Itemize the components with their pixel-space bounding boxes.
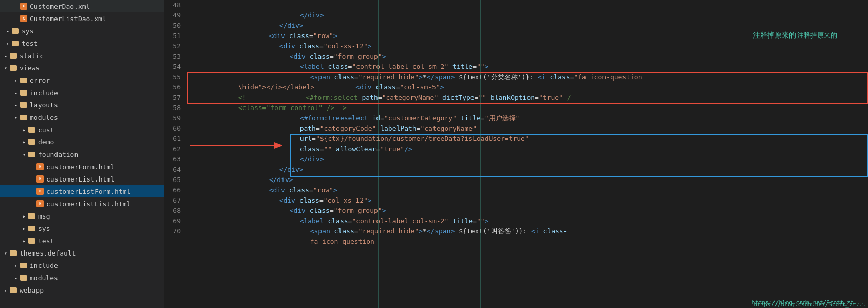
arrow-icon (2, 52, 9, 59)
html-file-icon: H (36, 187, 44, 195)
code-content[interactable]: 注释掉原来的 https://blog.csdn.net/Scott_zt...… (187, 0, 868, 308)
folder-icon (20, 88, 28, 97)
sidebar-item-customerlistform[interactable]: H customerListForm.html (0, 185, 164, 197)
sidebar-item-include[interactable]: include (0, 86, 164, 99)
sidebar-item-label: demo (38, 138, 54, 146)
file-explorer: X CustomerDao.xml X CustomerListDao.xml … (0, 0, 164, 308)
line-number: 53 (164, 51, 181, 62)
line-number: 48 (164, 0, 181, 10)
sidebar-item-customerlist[interactable]: H customerList.html (0, 173, 164, 185)
sidebar-item-label: static (20, 52, 44, 60)
line-number: 52 (164, 41, 181, 51)
line-numbers-gutter: 48 49 50 51 52 53 54 55 56 57 58 59 60 6… (164, 0, 187, 308)
sidebar-item-layouts[interactable]: layouts (0, 99, 164, 111)
line-number: 59 (164, 113, 181, 123)
line-number: 69 (164, 216, 181, 226)
line-number: 63 (164, 154, 181, 165)
sidebar-item-label: modules (30, 274, 58, 282)
html-file-icon: H (36, 175, 44, 183)
xml-file-icon: X (20, 14, 28, 23)
sidebar-item-include2[interactable]: include (0, 259, 164, 271)
sidebar-item-sys1[interactable]: sys (0, 25, 164, 37)
sidebar-item-label: include (30, 89, 58, 97)
folder-icon (20, 261, 28, 269)
sidebar-item-static[interactable]: static (0, 49, 164, 62)
xml-file-icon: X (20, 2, 28, 10)
sidebar-item-label: msg (38, 212, 50, 220)
folder-open-icon (20, 113, 28, 121)
folder-icon (9, 51, 17, 60)
sidebar-item-label: foundation (38, 151, 78, 158)
folder-icon (20, 101, 28, 109)
sidebar-item-modules2[interactable]: modules (0, 271, 164, 284)
arrow-icon (12, 89, 20, 96)
sidebar-item-cust[interactable]: cust (0, 123, 164, 136)
sidebar-item-modules[interactable]: modules (0, 111, 164, 123)
arrow-icon (2, 64, 9, 71)
sidebar-item-sys2[interactable]: sys (0, 222, 164, 234)
folder-icon (28, 212, 36, 220)
arrow-icon (4, 40, 11, 47)
sidebar-item-label: webapp (20, 286, 44, 294)
sidebar-item-customerdao[interactable]: X CustomerDao.xml (0, 0, 164, 12)
csdn-link-bottom[interactable]: https://blog.csdn.net/Scott_zt... (751, 299, 864, 306)
line-number: 65 (164, 175, 181, 185)
sidebar-item-themes-default[interactable]: themes.default (0, 247, 164, 259)
folder-open-icon (9, 64, 17, 72)
arrow-icon (12, 77, 20, 84)
line-number: 60 (164, 123, 181, 134)
folder-icon (28, 138, 36, 146)
line-number: 67 (164, 195, 181, 206)
line-number: 61 (164, 134, 181, 144)
arrow-icon (21, 225, 28, 232)
line-number: 58 (164, 103, 181, 113)
folder-icon (11, 27, 20, 35)
sidebar-item-label: CustomerDao.xml (30, 3, 90, 10)
sidebar-item-views[interactable]: views (0, 62, 164, 74)
arrow-icon (2, 249, 9, 257)
line-number: 49 (164, 10, 181, 21)
line-number: 50 (164, 21, 181, 31)
sidebar-item-label: sys (38, 225, 50, 232)
line-number: 54 (164, 62, 181, 72)
folder-open-icon (28, 150, 36, 158)
sidebar-item-label: error (30, 77, 50, 84)
arrow-icon (12, 101, 20, 108)
code-editor: 48 49 50 51 52 53 54 55 56 57 58 59 60 6… (164, 0, 868, 308)
arrow-icon (4, 27, 11, 34)
sidebar-item-label: views (20, 64, 40, 72)
folder-icon (20, 274, 28, 282)
sidebar-item-label: customerListList.html (46, 200, 130, 208)
sidebar-item-customerlistlist[interactable]: H customerListList.html (0, 197, 164, 210)
sidebar-item-customerform[interactable]: H customerForm.html (0, 160, 164, 173)
sidebar-item-customerlistdao[interactable]: X CustomerListDao.xml (0, 12, 164, 25)
sidebar-item-label: themes.default (20, 249, 76, 257)
folder-icon (28, 224, 36, 232)
sidebar-item-label: test (22, 40, 37, 47)
sidebar-item-msg[interactable]: msg (0, 210, 164, 222)
code-line-48: </div> (196, 0, 868, 10)
arrow-icon (21, 151, 28, 158)
sidebar-item-label: cust (38, 126, 54, 134)
folder-icon (9, 286, 17, 294)
line-number: 62 (164, 144, 181, 154)
sidebar-item-label: modules (30, 114, 58, 121)
folder-icon (20, 76, 28, 84)
sidebar-item-label: include (30, 262, 58, 269)
sidebar-item-foundation[interactable]: foundation (0, 148, 164, 160)
sidebar-item-test2[interactable]: test (0, 234, 164, 247)
sidebar-item-webapp[interactable]: webapp (0, 284, 164, 296)
folder-icon (28, 237, 36, 245)
sidebar-item-error[interactable]: error (0, 74, 164, 86)
sidebar-item-test1[interactable]: test (0, 37, 164, 49)
arrow-icon (2, 286, 9, 294)
line-number: 56 (164, 82, 181, 93)
folder-icon (11, 39, 20, 47)
code-line-65: <div class="row"> (196, 175, 868, 185)
annotation-chinese: 注释掉原来的 (753, 31, 796, 40)
sidebar-item-label: customerList.html (46, 175, 115, 183)
sidebar-item-demo[interactable]: demo (0, 136, 164, 148)
line-number: 55 (164, 72, 181, 82)
folder-open-icon (9, 249, 17, 257)
arrow-icon (12, 262, 20, 269)
